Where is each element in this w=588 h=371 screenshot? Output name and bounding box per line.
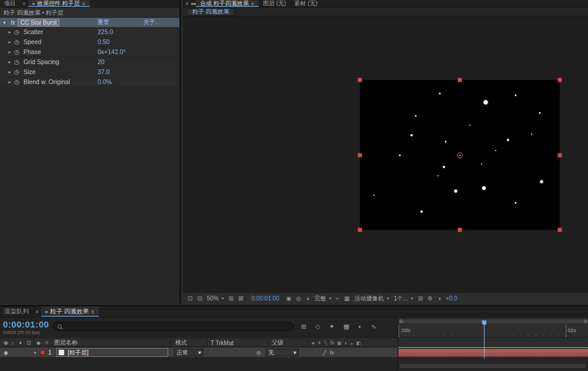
tab-effect-controls[interactable]: ■ 效果控件 粒子层 ≡ [28,0,90,7]
selection-handle[interactable] [358,228,362,232]
layer-name[interactable]: [粒子层] [68,349,89,357]
property-value[interactable]: 0x+142.0° [98,48,126,55]
expander-icon[interactable]: ► [34,347,38,357]
effect-header-row[interactable]: ▼ fx CC Star Burst 重置 关于... [0,18,179,27]
audio-icon[interactable]: ♪ [11,338,14,347]
search-input[interactable] [65,323,289,330]
column-trkmat[interactable]: T TrkMat [211,338,233,347]
search-field[interactable] [53,322,294,331]
magnification-dropdown[interactable]: 50% ▾ [207,295,224,302]
time-ruler[interactable]: :00s 02s [398,325,588,337]
frame-blend-icon[interactable]: ▦ [343,323,349,330]
panel-menu-icon[interactable]: ≡ [82,1,86,7]
selection-handle[interactable] [358,153,362,157]
time-navigator[interactable] [399,319,587,323]
effect-property-row[interactable]: ► ◷ Phase 0x+142.0° [0,47,179,57]
tab-timeline-comp[interactable]: ■ 粒子 四溅效果 ≡ [41,306,99,317]
frame-blend-switch-icon[interactable]: ▦ [337,340,342,346]
selection-handle[interactable] [558,78,562,82]
resolution-dropdown[interactable]: 完整 ▾ [314,295,331,303]
tab-project[interactable]: 项目 [0,0,20,7]
selection-handle[interactable] [458,228,462,232]
tab-composition[interactable]: 合成 粒子四溅效果 ≡ [196,0,259,7]
quality-switch-icon[interactable]: ╲ [325,340,328,346]
expander-icon[interactable]: ► [8,70,14,74]
selection-handle[interactable] [458,78,462,82]
stopwatch-icon[interactable]: ◷ [14,29,24,35]
property-value[interactable]: 225.0 [98,28,113,35]
navigator-end-handle[interactable] [584,319,587,323]
fast-preview-icon[interactable]: ⚙ [427,295,433,302]
property-value[interactable]: 0.0% [98,78,112,85]
property-value[interactable]: 20 [98,58,105,65]
mini-flowchart-icon[interactable]: ⊞ [301,323,306,330]
motion-blur-icon[interactable]: ◐ [358,323,362,330]
parent-dropdown[interactable]: 无 ▾ [266,349,299,356]
effect-property-row[interactable]: ► ◷ Size 37.0 [0,67,179,77]
column-mode[interactable]: 模式 [175,338,187,347]
close-icon[interactable]: × [183,0,191,7]
channels-icon[interactable]: ◕ [306,295,309,302]
hide-shy-icon[interactable]: ✦ [329,323,335,330]
grid-guides-icon[interactable]: ⊞ [229,295,233,302]
timeline-horizontal-scrollbar[interactable] [400,364,586,368]
expander-icon[interactable]: ► [8,80,14,84]
column-parent[interactable]: 父级 [272,338,283,347]
viewer-tab[interactable]: 粒子 四溅效果 [187,8,235,16]
stopwatch-icon[interactable]: ◷ [14,39,24,45]
label-icon[interactable]: ◆ [36,338,41,347]
show-snapshot-icon[interactable]: ◎ [296,295,302,302]
motion-blur-switch-icon[interactable]: ◐ [345,340,348,346]
fx-switch-icon[interactable]: fx [330,347,334,357]
about-link[interactable]: 关于... [143,18,160,26]
close-icon[interactable]: × [20,0,28,7]
label-color-chip[interactable] [40,350,45,355]
property-value[interactable]: 0.50 [98,38,109,45]
preview-time[interactable]: 0:00:01:00 [252,295,279,302]
effect-name[interactable]: CC Star Burst [18,19,60,26]
threed-switch-icon[interactable]: ◧ [356,340,361,346]
transparency-grid-icon[interactable]: ▦ [344,295,349,302]
graph-editor-icon[interactable]: ∿ [371,323,376,330]
fx-switch-icon[interactable]: fx [330,340,334,346]
eye-icon[interactable]: ◉ [4,347,8,357]
main-monitor-icon[interactable]: ⊟ [197,295,202,302]
reset-link[interactable]: 重置 [98,18,109,26]
exposure-value[interactable]: +0.0 [446,295,457,302]
selection-handle[interactable] [558,228,562,232]
exposure-icon[interactable]: ◑ [437,295,441,302]
stopwatch-icon[interactable]: ◷ [14,69,24,75]
composition-viewer[interactable] [183,16,588,292]
expander-icon[interactable]: ► [8,40,14,44]
expander-icon[interactable]: ► [8,50,14,54]
expander-icon[interactable]: ▼ [2,21,8,25]
effect-property-row[interactable]: ► ◷ Blend w. Original 0.0% [0,77,179,87]
navigator-start-handle[interactable] [399,319,403,323]
layer-duration-bar[interactable] [398,349,588,357]
effect-property-row[interactable]: ► ◷ Speed 0.50 [0,37,179,47]
tab-layer[interactable]: 图层 (无) [259,0,290,7]
layer-row[interactable]: ◉ ► 1 [粒子层] 正常 ▾ ◎ 无 ▾ ╱ fx [0,347,397,357]
view-layout-dropdown[interactable]: 1个... ▾ [394,295,413,303]
shy-switch-icon[interactable]: ● [312,340,315,346]
panel-menu-icon[interactable]: ≡ [251,1,255,7]
snapshot-icon[interactable]: ◉ [286,295,292,302]
adjustment-switch-icon[interactable]: ◒ [350,340,353,346]
selection-handle[interactable] [358,78,362,82]
tab-render-queue[interactable]: 渲染队列 [0,306,33,317]
current-time-display[interactable]: 0:00:01:00 [3,319,49,329]
expander-icon[interactable]: ► [8,60,14,64]
property-value[interactable]: 37.0 [98,68,109,75]
solo-icon[interactable]: ● [19,338,22,347]
target-region-icon[interactable]: ⊠ [238,295,243,302]
tab-footage[interactable]: 素材 (无) [290,0,321,7]
panel-menu-icon[interactable]: ≡ [91,309,95,315]
camera-dropdown[interactable]: 活动摄像机 ▾ [355,295,389,303]
fx-badge-icon[interactable]: fx [11,19,15,26]
selection-handle[interactable] [558,153,562,157]
effect-property-row[interactable]: ► ◷ Grid Spacing 20 [0,57,179,67]
column-layer-name[interactable]: 图层名称 [54,338,78,347]
stopwatch-icon[interactable]: ◷ [14,49,24,55]
current-time-indicator[interactable] [484,320,485,359]
parent-pickwhip-icon[interactable]: ◎ [256,347,261,357]
